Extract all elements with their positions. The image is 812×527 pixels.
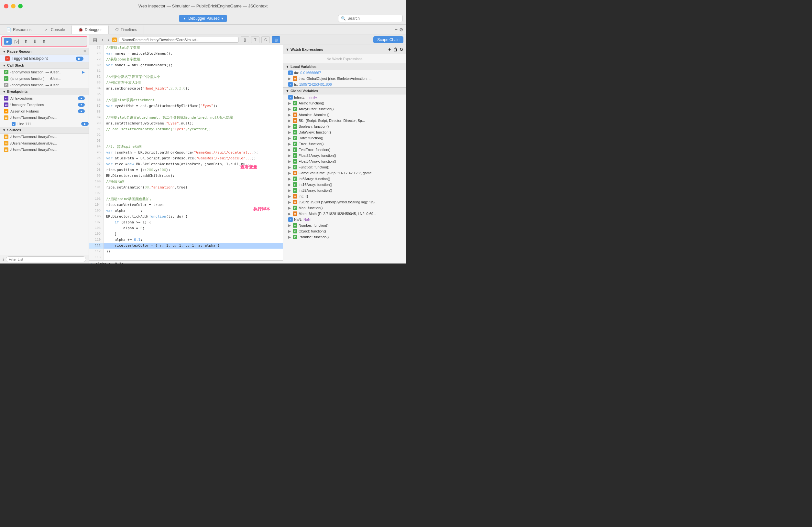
tab-console[interactable]: >_ Console xyxy=(38,26,72,34)
n-badge-nan: N xyxy=(288,217,293,222)
line-num-95: 95 xyxy=(89,150,103,155)
global-var-JSON[interactable]: ▶ O JSON: JSON {Symbol(Symbol.toStringTa… xyxy=(283,199,406,205)
line-num-107: 107 xyxy=(89,220,103,225)
code-line-86: //根据slot获得attachment xyxy=(103,97,283,103)
local-variables-section: ▼ Local Variables N du: 0.016666667 ▶ O … xyxy=(283,63,406,88)
line-num-80: 80 xyxy=(89,62,103,68)
global-var-Atomics[interactable]: ▶ O Atomics: Atomics {} xyxy=(283,112,406,118)
line-num-84: 84 xyxy=(89,86,103,91)
console-input[interactable]: alpha += 0.1; xyxy=(96,262,124,264)
tab-timelines[interactable]: ⏱ Timelines xyxy=(109,26,144,34)
maximize-button[interactable] xyxy=(18,4,23,9)
step-out-button[interactable]: ⬇ xyxy=(31,38,39,45)
global-var-Boolean[interactable]: ▶ F Boolean: function() xyxy=(283,123,406,129)
minimize-button[interactable] xyxy=(11,4,16,9)
global-var-Int32Array[interactable]: ▶ F Int32Array: function() xyxy=(283,187,406,193)
pause-reason-header[interactable]: ▼Pause Reason ✕ xyxy=(0,48,89,55)
line-num-79: 79 xyxy=(89,57,103,62)
local-var-ts: N ts: 1505724253401.806 xyxy=(283,81,406,87)
js-file-item[interactable]: JS /Users/Rammer/Library/Dev... xyxy=(0,115,89,121)
global-var-ArrayBuffer[interactable]: ▶ F ArrayBuffer: function() xyxy=(283,106,406,112)
forward-button[interactable]: › xyxy=(106,36,111,43)
center-panel-wrapper: ▤ ‹ › JS /Users/Rammer/Library/Developer… xyxy=(89,35,283,264)
global-var-Map[interactable]: ▶ F Map: function() xyxy=(283,205,406,211)
source-item-2[interactable]: JS /Users/Rammer/Library/Dev... xyxy=(0,147,89,153)
breakpoint-icon: P xyxy=(5,56,10,61)
all-exceptions-item[interactable]: Ex All Exceptions ● xyxy=(0,95,89,102)
sources-header[interactable]: ▼Sources xyxy=(0,127,89,134)
code-line-88 xyxy=(103,109,283,115)
step-out-2-button[interactable]: ⬆ xyxy=(40,38,48,45)
continue-button[interactable]: ▶ xyxy=(4,38,12,45)
code-line-99: BK.Director.root.addChild(rice); xyxy=(103,173,283,179)
global-var-EvalError[interactable]: ▶ F EvalError: function() xyxy=(283,147,406,153)
global-var-Array[interactable]: ▶ F Array: function() xyxy=(283,100,406,106)
call-stack-header[interactable]: ▼Call Stack xyxy=(0,62,89,69)
global-var-GameStatusInfo[interactable]: ▶ O GameStatusInfo: {svrIp: "14.17.42.12… xyxy=(283,170,406,176)
settings-tab-button[interactable]: ⚙ xyxy=(399,27,403,32)
line-num-77: 77 xyxy=(89,45,103,51)
global-variables-header[interactable]: ▼ Global Variables xyxy=(283,88,406,94)
global-var-Promise[interactable]: ▶ F Promise: function() xyxy=(283,234,406,240)
code-area: 77 78 79 80 81 82 83 84 85 86 87 88 89 9… xyxy=(89,45,283,260)
global-var-Math[interactable]: ▶ O Math: Math {E: 2.718281828459045, LN… xyxy=(283,211,406,216)
watch-expressions-title: Watch Expressions xyxy=(290,47,323,51)
line-num-88: 88 xyxy=(89,109,103,115)
expand-function: ▶ xyxy=(288,165,291,169)
call-stack-item[interactable]: F (anonymous function) — /User... xyxy=(0,75,89,82)
code-line-103: //启动spine动画颜色叠加, xyxy=(103,196,283,202)
assertion-icon: A xyxy=(4,109,9,114)
global-var-Float64Array[interactable]: ▶ F Float64Array: function() xyxy=(283,159,406,164)
filter-input[interactable] xyxy=(6,256,86,262)
c-button[interactable]: C xyxy=(261,36,270,43)
global-var-Float32Array[interactable]: ▶ F Float32Array: function() xyxy=(283,153,406,159)
global-var-Int16Array[interactable]: ▶ F Int16Array: function() xyxy=(283,182,406,187)
code-line-92 xyxy=(103,132,283,138)
tab-resources[interactable]: 📄 Resources xyxy=(0,26,38,34)
code-content[interactable]: //获取slot名字数组 var names = ani.getSlotName… xyxy=(103,45,283,260)
call-stack-item[interactable]: F (anonymous function) — /User... ▶ xyxy=(0,69,89,75)
add-watch-button[interactable]: + xyxy=(388,47,391,52)
curly-braces-button[interactable]: {} xyxy=(241,36,249,43)
global-var-Date[interactable]: ▶ F Date: function() xyxy=(283,135,406,141)
source-item-1[interactable]: JS /Users/Rammer/Library/Dev... xyxy=(0,140,89,147)
global-var-Function[interactable]: ▶ F Function: function() xyxy=(283,164,406,170)
step-over-button[interactable]: ▷| xyxy=(13,38,21,45)
scope-chain-button[interactable]: Scope Chain xyxy=(373,36,403,43)
global-var-Intl[interactable]: ▶ O Intl: {} xyxy=(283,193,406,199)
breakpoints-header[interactable]: ▼Breakpoints xyxy=(0,88,89,95)
back-button[interactable]: ‹ xyxy=(100,36,104,43)
f-badge-int16: F xyxy=(293,182,297,187)
local-var-this[interactable]: ▶ O this: GlobalObject {rice: SkeletonAn… xyxy=(283,76,406,81)
remove-watch-button[interactable]: 🗑 xyxy=(393,47,397,52)
call-stack-item[interactable]: F (anonymous function) — /User... xyxy=(0,82,89,88)
line-item[interactable]: ● Line 111 ▶ xyxy=(0,121,89,127)
close-button[interactable] xyxy=(4,4,9,9)
global-var-Number[interactable]: ▶ F Number: function() xyxy=(283,223,406,228)
refresh-watch-button[interactable]: ↻ xyxy=(400,47,403,52)
f-badge-promise: F xyxy=(293,235,297,239)
assertion-failures-item[interactable]: A Assertion Failures ● xyxy=(0,108,89,115)
global-var-Int8Array[interactable]: ▶ F Int8Array: function() xyxy=(283,176,406,182)
panel-button[interactable]: ▤ xyxy=(272,36,280,43)
sidebar-toggle-button[interactable]: ▤ xyxy=(91,36,98,43)
search-input[interactable] xyxy=(347,16,400,21)
step-into-button[interactable]: ⬆ xyxy=(22,38,30,45)
f-badge-function: F xyxy=(293,165,297,169)
breakpoints-chevron: ▼ xyxy=(3,90,6,93)
call-stack-arrow-0: ▶ xyxy=(82,70,85,74)
global-var-Error[interactable]: ▶ F Error: function() xyxy=(283,141,406,147)
source-item-0[interactable]: JS /Users/Rammer/Library/Dev... xyxy=(0,134,89,140)
debugger-paused-button[interactable]: ⏵ Debugger Paused ▾ xyxy=(179,15,227,22)
global-variables-title: Global Variables xyxy=(290,89,318,93)
text-button[interactable]: T xyxy=(251,36,259,43)
global-var-DataView[interactable]: ▶ F DataView: function() xyxy=(283,129,406,135)
global-var-Object[interactable]: ▶ F Object: function() xyxy=(283,228,406,234)
uncaught-exceptions-item[interactable]: Ex Uncaught Exceptions ● xyxy=(0,102,89,108)
local-variables-header[interactable]: ▼ Local Variables xyxy=(283,63,406,70)
add-tab-button[interactable]: + xyxy=(395,27,397,33)
line-num-94: 94 xyxy=(89,144,103,150)
assertion-failures-label: Assertion Failures xyxy=(10,109,39,113)
global-var-BK[interactable]: ▶ O BK: {Script: Script, Director: Direc… xyxy=(283,118,406,123)
tab-debugger[interactable]: 🐞 Debugger xyxy=(72,26,109,34)
